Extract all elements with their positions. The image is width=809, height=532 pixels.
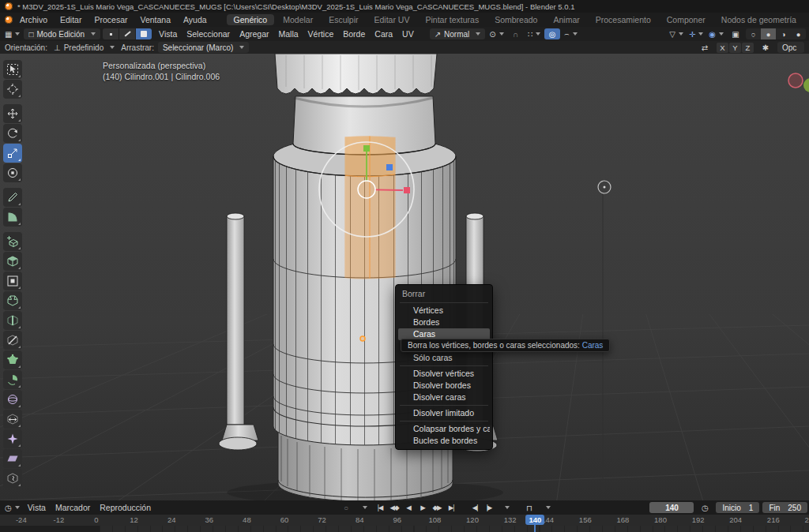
context-menu-item[interactable]: Sólo caras: [398, 352, 490, 364]
tool-annotate[interactable]: [3, 188, 22, 207]
preview-range-settings-button[interactable]: [539, 502, 555, 513]
workspace-tab[interactable]: Esculpir: [322, 14, 365, 25]
current-frame-field[interactable]: 140: [649, 502, 694, 513]
tool-shear[interactable]: [3, 449, 22, 468]
tool-shrink-fatten[interactable]: [3, 429, 22, 448]
face-select-button[interactable]: [135, 28, 152, 39]
viewport-menu-item[interactable]: Agregar: [235, 29, 273, 39]
tool-knife[interactable]: [3, 331, 22, 350]
edge-select-button[interactable]: [119, 28, 135, 39]
workspace-tab[interactable]: Scripts: [805, 14, 809, 25]
gizmo-y-handle[interactable]: [363, 145, 370, 152]
context-menu-item[interactable]: Disolver caras: [398, 392, 490, 403]
tool-cursor[interactable]: [3, 80, 22, 99]
start-frame-field[interactable]: Inicio 1: [716, 502, 759, 513]
mode-selector[interactable]: □ Modo Edición: [24, 28, 100, 39]
gizmos-button[interactable]: ✛: [687, 28, 705, 39]
timeline-track[interactable]: ▸: [0, 526, 809, 532]
tool-edge-slide[interactable]: [3, 410, 22, 429]
material-shading-button[interactable]: ◑: [776, 28, 791, 39]
drag-mode-selector[interactable]: Seleccionar (Marco): [158, 42, 249, 53]
workspace-tab[interactable]: Animar: [546, 14, 586, 25]
tool-bevel[interactable]: [3, 291, 22, 310]
menu-bar-item[interactable]: Editar: [54, 14, 88, 25]
viewport-menu-item[interactable]: Vista: [154, 29, 182, 39]
proportional-editing-toggle[interactable]: ◎: [544, 28, 560, 39]
tool-inset-faces[interactable]: [3, 272, 22, 290]
falloff-selector[interactable]: ⌢: [563, 28, 579, 39]
tool-extrude-region[interactable]: [3, 252, 22, 271]
filter-button[interactable]: ▽: [668, 28, 685, 39]
viewport-menu-item[interactable]: Borde: [338, 29, 370, 39]
orientation-preset-selector[interactable]: ⊥ Predefinido: [51, 42, 117, 53]
menu-bar-item[interactable]: Archivo: [13, 14, 54, 25]
end-frame-field[interactable]: Fin 250: [762, 502, 807, 513]
xray-toggle[interactable]: ▣: [728, 28, 743, 39]
jump-to-end-button[interactable]: ▶|: [444, 502, 458, 513]
3d-viewport[interactable]: Personalizada (perspectiva) (140) Cilind…: [0, 54, 809, 500]
editor-type-button[interactable]: ▦: [3, 28, 21, 39]
clock-icon[interactable]: ◷: [697, 502, 713, 513]
tool-loop-cut[interactable]: [3, 311, 22, 330]
play-button[interactable]: ▶: [416, 502, 430, 513]
timeline-menu-item[interactable]: Vista: [23, 503, 51, 512]
context-menu-item[interactable]: Disolver limitado: [398, 407, 490, 419]
play-reverse-button[interactable]: ◀: [401, 502, 416, 513]
workspace-tab[interactable]: Componer: [660, 14, 713, 25]
workspace-tab[interactable]: Nodos de geometría: [714, 14, 803, 25]
context-menu-item[interactable]: Vértices: [398, 305, 490, 317]
playhead[interactable]: 140: [525, 515, 544, 525]
context-menu-item[interactable]: Bordes: [398, 317, 490, 328]
viewport-menu-item[interactable]: Vértice: [303, 29, 339, 39]
context-menu-item[interactable]: Bucles de bordes: [398, 435, 490, 447]
workspace-tab[interactable]: Sombreado: [487, 14, 544, 25]
rendered-shading-button[interactable]: ●: [791, 28, 806, 39]
tool-poly-build[interactable]: [3, 350, 22, 369]
blender-menu-icon[interactable]: [5, 16, 13, 24]
timeline-scale[interactable]: -24-120122436486072849610812013214415616…: [0, 515, 809, 532]
selected-faces[interactable]: [345, 137, 395, 279]
viewport-menu-item[interactable]: UV: [397, 29, 419, 39]
tool-measure[interactable]: [3, 208, 22, 227]
next-frame-button[interactable]: |▶: [482, 502, 496, 513]
proportional-falloff-icon[interactable]: ✱: [758, 42, 773, 53]
mirror-icon[interactable]: ⇄: [697, 42, 713, 53]
vertex-select-button[interactable]: [103, 28, 119, 39]
timeline-ruler[interactable]: -24-120122436486072849610812013214415616…: [0, 515, 809, 526]
gizmo-x-handle[interactable]: [404, 187, 410, 193]
workspace-tab[interactable]: Genérico: [227, 14, 275, 25]
workspace-tab[interactable]: Pintar texturas: [418, 14, 486, 25]
prev-frame-button[interactable]: ◀|: [468, 502, 482, 513]
options-button[interactable]: Opc: [777, 42, 804, 53]
fluted-collar[interactable]: [275, 54, 437, 94]
timeline-editor-type-button[interactable]: ◷: [3, 502, 21, 513]
mirror-axis-button[interactable]: Y: [729, 43, 741, 53]
tool-rip-region[interactable]: [3, 469, 22, 488]
context-menu-item[interactable]: Colapsar bordes y caras: [398, 423, 490, 435]
next-keyframe-button[interactable]: ◆▶: [430, 502, 444, 513]
gizmo-z-handle[interactable]: [386, 164, 393, 170]
tool-scale[interactable]: [3, 144, 22, 163]
menu-bar-item[interactable]: Procesar: [88, 14, 134, 25]
tool-transform[interactable]: [3, 163, 22, 182]
tool-add-cube[interactable]: [3, 232, 22, 251]
preview-range-toggle[interactable]: ⊓: [521, 502, 537, 513]
snap-settings-button[interactable]: ∷: [526, 28, 542, 39]
solid-shading-button[interactable]: ●: [761, 28, 776, 39]
tool-spin[interactable]: [3, 370, 22, 389]
menu-bar-item[interactable]: Ventana: [134, 14, 177, 25]
timeline-menu-item[interactable]: Marcador: [51, 503, 95, 512]
context-menu-item[interactable]: Disolver vértices: [398, 368, 490, 380]
workspace-tab[interactable]: Modelar: [276, 14, 320, 25]
mirror-axis-button[interactable]: Z: [742, 43, 754, 53]
tool-rotate[interactable]: [3, 124, 22, 143]
auto-keying-toggle[interactable]: ○: [338, 502, 354, 513]
frame-step-settings-button[interactable]: [498, 502, 514, 513]
workspace-tab[interactable]: Editar UV: [367, 14, 417, 25]
jump-to-start-button[interactable]: |◀: [373, 502, 387, 513]
tool-smooth[interactable]: [3, 390, 22, 409]
snap-toggle[interactable]: ∩: [508, 28, 524, 39]
viewport-menu-item[interactable]: Seleccionar: [182, 29, 235, 39]
context-menu-item[interactable]: Disolver bordes: [398, 380, 490, 392]
keying-settings-button[interactable]: [356, 502, 371, 513]
